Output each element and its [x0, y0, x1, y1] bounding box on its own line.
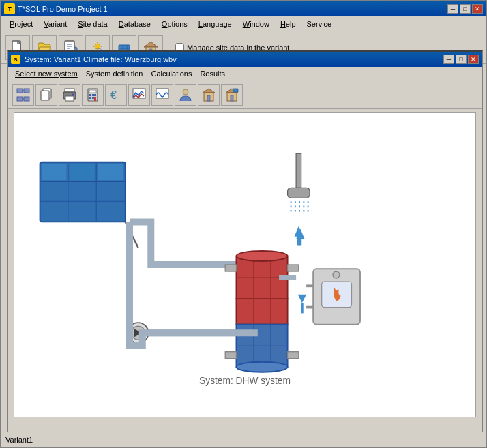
maximize-button[interactable]: □ — [460, 4, 471, 14]
inner-euro-btn[interactable]: € — [105, 84, 127, 106]
diagram-area: System: DHW system — [14, 112, 476, 417]
inner-minimize-button[interactable]: ─ — [443, 55, 454, 64]
svg-rect-47 — [207, 95, 210, 101]
app-icon: T — [4, 3, 15, 14]
svg-rect-21 — [17, 89, 23, 93]
svg-rect-24 — [24, 97, 29, 101]
inner-copy-btn[interactable] — [35, 84, 57, 106]
window-title: T*SOL Pro Demo Project 1 — [18, 5, 108, 13]
svg-rect-78 — [288, 188, 310, 198]
status-bar: Variant1 — [1, 432, 486, 447]
inner-maximize-button[interactable]: □ — [456, 55, 467, 64]
inner-wave-btn[interactable] — [151, 84, 173, 106]
svg-rect-35 — [89, 94, 91, 96]
inner-title-left: S System: Variant1 Climate file: Wuerzbu… — [11, 55, 177, 64]
inner-house-solar-btn[interactable] — [221, 84, 243, 106]
svg-marker-18 — [144, 42, 158, 47]
menu-help[interactable]: Help — [275, 18, 301, 29]
close-button[interactable]: ✕ — [472, 4, 483, 14]
inner-app-icon: S — [11, 55, 20, 64]
svg-rect-50 — [231, 95, 233, 101]
svg-point-71 — [236, 251, 287, 261]
svg-rect-62 — [236, 299, 287, 325]
inner-person-btn[interactable] — [175, 84, 196, 106]
minimize-button[interactable]: ─ — [447, 4, 458, 14]
svg-rect-22 — [24, 89, 29, 93]
menu-window[interactable]: Window — [237, 18, 275, 29]
system-diagram: System: DHW system — [14, 113, 475, 417]
boiler — [306, 269, 360, 324]
main-window: T T*SOL Pro Demo Project 1 ─ □ ✕ Project… — [0, 0, 487, 448]
svg-rect-34 — [89, 90, 96, 93]
menu-language[interactable]: Language — [193, 18, 237, 29]
svg-rect-74 — [225, 352, 236, 359]
storage-tank — [225, 251, 299, 372]
svg-rect-36 — [92, 94, 94, 96]
inner-building-btn[interactable] — [198, 84, 220, 106]
svg-rect-40 — [94, 97, 96, 101]
svg-rect-51 — [233, 89, 238, 92]
svg-rect-57 — [42, 164, 66, 180]
svg-point-72 — [236, 362, 287, 372]
svg-point-90 — [333, 271, 340, 278]
svg-rect-76 — [288, 352, 299, 359]
inner-diagram-btn[interactable] — [12, 84, 34, 106]
inner-menu-system-def[interactable]: System definition — [82, 69, 147, 78]
svg-marker-96 — [298, 295, 307, 303]
inner-menu: Select new system System definition Calc… — [8, 67, 482, 80]
svg-rect-23 — [17, 97, 23, 101]
menu-options[interactable]: Options — [156, 18, 193, 29]
inner-calculator-btn[interactable] — [82, 84, 104, 106]
svg-rect-31 — [65, 96, 74, 101]
menu-bar: Project Variant Site data Database Optio… — [1, 16, 486, 31]
svg-rect-37 — [94, 94, 96, 96]
shower-head — [288, 153, 310, 245]
inner-toolbar: € — [8, 80, 482, 109]
svg-rect-59 — [98, 164, 123, 180]
menu-project[interactable]: Project — [4, 18, 38, 29]
inner-window-title: System: Variant1 Climate file: Wuerzburg… — [25, 55, 177, 63]
menu-variant[interactable]: Variant — [38, 18, 72, 29]
inner-title-bar: S System: Variant1 Climate file: Wuerzbu… — [8, 52, 482, 67]
inner-menu-calculations[interactable]: Calculations — [147, 69, 196, 78]
title-bar-left: T T*SOL Pro Demo Project 1 — [4, 3, 108, 14]
svg-rect-38 — [89, 97, 91, 99]
inner-menu-select-system[interactable]: Select new system — [11, 69, 82, 78]
solar-panel-group — [40, 162, 138, 248]
svg-text:System: DHW system: System: DHW system — [199, 376, 291, 386]
svg-rect-29 — [65, 89, 74, 92]
title-bar: T T*SOL Pro Demo Project 1 ─ □ ✕ — [1, 1, 486, 16]
inner-title-buttons: ─ □ ✕ — [443, 55, 479, 64]
menu-service[interactable]: Service — [301, 18, 338, 29]
svg-point-32 — [72, 93, 74, 95]
svg-point-44 — [183, 89, 188, 95]
svg-rect-73 — [225, 265, 236, 271]
svg-text:€: € — [110, 89, 117, 101]
svg-rect-77 — [296, 153, 301, 188]
inner-window: S System: Variant1 Climate file: Wuerzbu… — [7, 50, 483, 439]
menu-database[interactable]: Database — [113, 18, 156, 29]
inner-close-button[interactable]: ✕ — [468, 55, 479, 64]
svg-point-7 — [95, 44, 100, 49]
title-buttons: ─ □ ✕ — [447, 4, 483, 14]
svg-rect-75 — [288, 265, 299, 271]
inner-graph-btn[interactable] — [128, 84, 150, 106]
svg-marker-45 — [203, 89, 215, 93]
status-text: Variant1 — [5, 436, 33, 444]
menu-site-data[interactable]: Site data — [72, 18, 113, 29]
inner-menu-results[interactable]: Results — [196, 69, 229, 78]
svg-rect-39 — [92, 97, 94, 99]
svg-rect-58 — [70, 164, 94, 180]
svg-rect-28 — [41, 91, 49, 100]
inner-print-btn[interactable] — [59, 84, 80, 106]
